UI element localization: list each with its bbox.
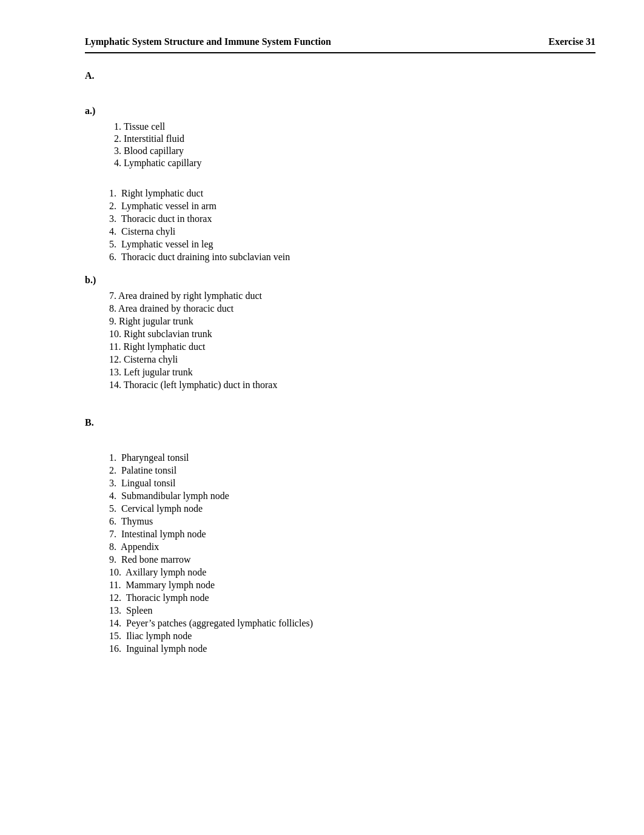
list-item: 11. Right lymphatic duct bbox=[109, 341, 595, 352]
list-item: 4. Submandibular lymph node bbox=[109, 491, 595, 501]
list-item: 7. Area drained by right lymphatic duct bbox=[109, 290, 595, 301]
list-item: Blood capillary bbox=[124, 146, 595, 156]
section-b: 1. Pharyngeal tonsil2. Palatine tonsil3.… bbox=[85, 452, 595, 654]
list-item: 5. Lymphatic vessel in leg bbox=[109, 239, 595, 250]
list-item: 9. Right jugular trunk bbox=[109, 316, 595, 327]
list-item: 15. Iliac lymph node bbox=[109, 631, 595, 642]
sub-a-list2-container: 1. Right lymphatic duct2. Lymphatic vess… bbox=[109, 188, 595, 263]
page-header: Lymphatic System Structure and Immune Sy… bbox=[85, 36, 595, 53]
sub-section-a: a.) Tissue cellInterstitial fluidBlood c… bbox=[85, 106, 595, 263]
section-b-label: B. bbox=[85, 417, 595, 428]
sub-a-list1: Tissue cellInterstitial fluidBlood capil… bbox=[109, 121, 595, 169]
list-item: 5. Cervical lymph node bbox=[109, 503, 595, 514]
header-title: Lymphatic System Structure and Immune Sy… bbox=[85, 36, 331, 47]
list-item: 13. Spleen bbox=[109, 605, 595, 616]
header-exercise: Exercise 31 bbox=[549, 36, 595, 47]
sub-a-list1-container: Tissue cellInterstitial fluidBlood capil… bbox=[109, 121, 595, 169]
list-item: 10. Axillary lymph node bbox=[109, 567, 595, 578]
list-item: 4. Cisterna chyli bbox=[109, 226, 595, 237]
sub-b-list: 7. Area drained by right lymphatic duct8… bbox=[109, 290, 595, 391]
section-b-list-container: 1. Pharyngeal tonsil2. Palatine tonsil3.… bbox=[109, 452, 595, 654]
section-a-label: A. bbox=[85, 70, 595, 81]
list-item: 10. Right subclavian trunk bbox=[109, 329, 595, 340]
list-item: Tissue cell bbox=[124, 121, 595, 132]
sub-a-list2: 1. Right lymphatic duct2. Lymphatic vess… bbox=[109, 188, 595, 263]
list-item: Lymphatic capillary bbox=[124, 158, 595, 169]
list-item: 2. Lymphatic vessel in arm bbox=[109, 201, 595, 212]
list-item: 9. Red bone marrow bbox=[109, 554, 595, 565]
list-item: 8. Area drained by thoracic duct bbox=[109, 303, 595, 314]
list-item: 12. Thoracic lymph node bbox=[109, 592, 595, 603]
list-item: 7. Intestinal lymph node bbox=[109, 529, 595, 540]
list-item: 3. Thoracic duct in thorax bbox=[109, 213, 595, 224]
list-item: 14. Thoracic (left lymphatic) duct in th… bbox=[109, 380, 595, 391]
list-item: 1. Right lymphatic duct bbox=[109, 188, 595, 199]
list-item: 6. Thymus bbox=[109, 516, 595, 527]
list-item: 6. Thoracic duct draining into subclavia… bbox=[109, 252, 595, 263]
sub-section-b: b.) 7. Area drained by right lymphatic d… bbox=[85, 275, 595, 391]
list-item: 13. Left jugular trunk bbox=[109, 367, 595, 378]
list-item: 3. Lingual tonsil bbox=[109, 478, 595, 489]
list-item: 16. Inguinal lymph node bbox=[109, 643, 595, 654]
list-item: 11. Mammary lymph node bbox=[109, 580, 595, 591]
list-item: 14. Peyer’s patches (aggregated lymphati… bbox=[109, 618, 595, 629]
list-item: 12. Cisterna chyli bbox=[109, 354, 595, 365]
list-item: 8. Appendix bbox=[109, 542, 595, 552]
list-item: 1. Pharyngeal tonsil bbox=[109, 452, 595, 463]
list-item: Interstitial fluid bbox=[124, 133, 595, 144]
sub-b-label: b.) bbox=[85, 275, 595, 286]
sub-b-list-container: 7. Area drained by right lymphatic duct8… bbox=[109, 290, 595, 391]
sub-a-label: a.) bbox=[85, 106, 595, 116]
list-item: 2. Palatine tonsil bbox=[109, 465, 595, 476]
section-b-list: 1. Pharyngeal tonsil2. Palatine tonsil3.… bbox=[109, 452, 595, 654]
